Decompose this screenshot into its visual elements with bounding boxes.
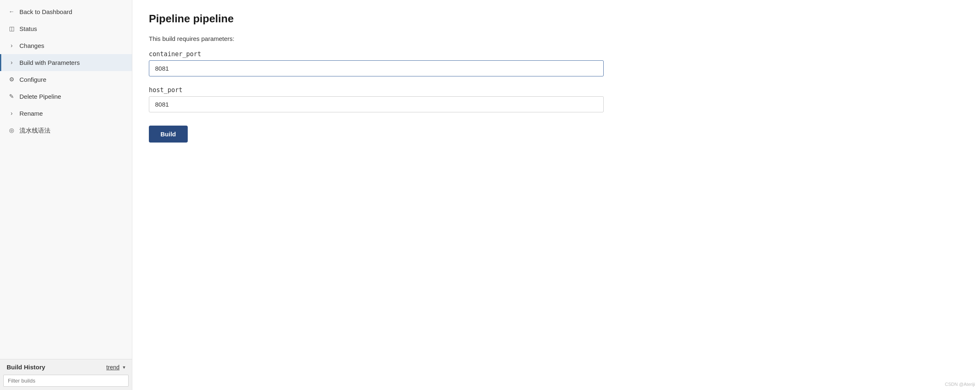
filter-builds-row	[0, 375, 132, 390]
configure-icon: ⚙	[8, 76, 15, 84]
sidebar-item-configure[interactable]: ⚙ Configure	[0, 71, 132, 88]
param-group-host-port: host_port	[149, 86, 963, 112]
build-history-section: Build History trend ▾	[0, 359, 132, 390]
main-content: Pipeline pipeline This build requires pa…	[132, 0, 980, 390]
sidebar-item-label: Rename	[19, 109, 125, 118]
sidebar-item-rename[interactable]: › Rename	[0, 105, 132, 122]
build-history-title: Build History	[7, 364, 103, 371]
sidebar-item-build-with-parameters[interactable]: › Build with Parameters	[0, 54, 132, 71]
host-port-label: host_port	[149, 86, 963, 94]
sidebar-item-label: 流水线语法	[19, 126, 125, 135]
sidebar: ← Back to Dashboard ◫ Status › Changes ›…	[0, 0, 132, 390]
container-port-label: container_port	[149, 50, 963, 58]
build-params-icon: ›	[8, 59, 15, 67]
sidebar-item-delete-pipeline[interactable]: ✎ Delete Pipeline	[0, 88, 132, 105]
build-button[interactable]: Build	[149, 126, 188, 143]
trend-link[interactable]: trend	[106, 364, 120, 371]
delete-icon: ✎	[8, 93, 15, 101]
build-history-header: Build History trend ▾	[0, 359, 132, 375]
filter-builds-input[interactable]	[3, 375, 129, 387]
host-port-input[interactable]	[149, 96, 604, 112]
sidebar-item-back-to-dashboard[interactable]: ← Back to Dashboard	[0, 3, 132, 20]
sidebar-nav: ← Back to Dashboard ◫ Status › Changes ›…	[0, 0, 132, 359]
chevron-down-icon[interactable]: ▾	[123, 364, 125, 370]
syntax-icon: ◎	[8, 126, 15, 135]
description: This build requires parameters:	[149, 35, 963, 42]
status-icon: ◫	[8, 25, 15, 33]
sidebar-item-label: Build with Parameters	[19, 58, 125, 67]
sidebar-item-label: Configure	[19, 75, 125, 84]
sidebar-item-changes[interactable]: › Changes	[0, 37, 132, 54]
sidebar-item-label: Back to Dashboard	[19, 7, 125, 16]
sidebar-item-pipeline-syntax[interactable]: ◎ 流水线语法	[0, 122, 132, 139]
watermark: CSDN @Ateriji	[945, 382, 975, 387]
param-group-container-port: container_port	[149, 50, 963, 76]
sidebar-item-label: Delete Pipeline	[19, 92, 125, 101]
sidebar-item-label: Changes	[19, 41, 125, 50]
container-port-input[interactable]	[149, 60, 604, 76]
sidebar-item-status[interactable]: ◫ Status	[0, 20, 132, 37]
sidebar-item-label: Status	[19, 24, 125, 33]
page-title: Pipeline pipeline	[149, 12, 963, 25]
rename-icon: ›	[8, 109, 15, 118]
arrow-left-icon: ←	[8, 8, 15, 16]
changes-icon: ›	[8, 42, 15, 50]
